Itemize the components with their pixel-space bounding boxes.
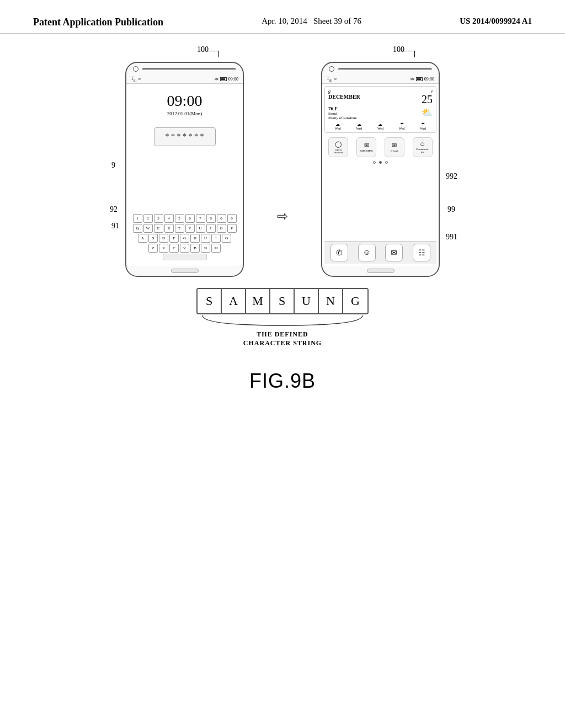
key-T[interactable]: T <box>175 224 184 233</box>
weather-month: DECEMBER <box>328 94 422 100</box>
key-X[interactable]: X <box>159 244 168 253</box>
key-5[interactable]: 5 <box>175 214 184 223</box>
samsung-section: S A M S U N G THE DEFINEDCHARACTER STRIN… <box>33 288 532 347</box>
camera-left <box>133 66 138 72</box>
status-left-right: Till ≈ <box>327 76 337 82</box>
key-O2[interactable]: O <box>222 234 231 243</box>
key-7[interactable]: 7 <box>196 214 205 223</box>
status-right-left: ✉ 09:00 <box>215 77 238 82</box>
speaker-right <box>338 68 432 70</box>
key-0a[interactable]: 0 <box>217 214 226 223</box>
samsung-char-U: U <box>295 289 319 313</box>
key-A[interactable]: A <box>138 234 147 243</box>
key-E[interactable]: E <box>154 224 163 233</box>
communities-icon: ☺ <box>419 141 425 147</box>
key-P[interactable]: P <box>227 224 237 233</box>
patent-title: Patent Application Publication <box>33 17 163 28</box>
keyboard: 1 2 3 4 5 6 7 8 0 0 Q <box>129 214 241 261</box>
weather-middle: 76 F Seoul Plenty of sunshine ⛅ <box>328 106 433 120</box>
carrier-right: Till <box>327 76 332 82</box>
key-I[interactable]: I <box>206 224 216 233</box>
ref-100-right-line <box>398 51 415 57</box>
app-icons-row: ◯ OperaBrowser ✉ SMS-MMS ✉ E-mail <box>324 137 436 157</box>
key-D[interactable]: D <box>159 234 168 243</box>
key-G[interactable]: G <box>180 234 189 243</box>
status-right-right: ✉ 09:00 <box>411 77 434 82</box>
key-W[interactable]: W <box>143 224 153 233</box>
phone-top-right <box>322 63 439 75</box>
key-space[interactable] <box>163 254 207 260</box>
samsung-char-G: G <box>343 289 367 313</box>
right-phone-wrapper: 100 992 99 991 Till ≈ <box>321 62 440 277</box>
transition-arrow: ⇨ <box>277 156 288 277</box>
key-F[interactable]: F <box>169 234 179 243</box>
key-6[interactable]: 6 <box>185 214 195 223</box>
keyboard-row-space <box>129 254 241 260</box>
key-R[interactable]: R <box>164 224 174 233</box>
key-2[interactable]: 2 <box>143 214 153 223</box>
key-N[interactable]: N <box>201 244 210 253</box>
key-S[interactable]: S <box>148 234 158 243</box>
weather-city: Seoul <box>328 111 357 116</box>
key-Y[interactable]: Y <box>185 224 195 233</box>
envelope-right: ✉ <box>411 77 414 82</box>
key-M[interactable]: M <box>211 244 221 253</box>
app-communities[interactable]: ☺ Communit-ies <box>413 137 433 157</box>
patent-sheet: Sheet 39 of 76 <box>313 17 361 25</box>
key-O[interactable]: O <box>217 224 226 233</box>
dock-phone[interactable]: ✆ <box>331 244 348 261</box>
phones-container: 100 9 92 91 Till ≈ <box>33 62 532 277</box>
weather-day: 25 <box>422 94 433 105</box>
dock-apps[interactable]: ☷ <box>413 244 430 261</box>
key-1[interactable]: 1 <box>133 214 142 223</box>
wifi-left: ≈ <box>138 77 140 82</box>
dock-contacts[interactable]: ☺ <box>358 244 376 261</box>
communities-label: Communit-ies <box>416 148 429 153</box>
ref-99: 99 <box>447 205 455 214</box>
phone-bottom-left <box>126 266 243 276</box>
status-bar-right: Till ≈ ✉ 09:00 <box>322 75 439 84</box>
camera-right <box>329 66 334 72</box>
key-Z[interactable]: Z <box>148 244 158 253</box>
sms-label: SMS-MMS <box>360 149 372 152</box>
weather-temp: 76 F <box>328 106 357 111</box>
key-U2[interactable]: U <box>201 234 210 243</box>
dock-messages[interactable]: ✉ <box>385 244 403 261</box>
samsung-char-M: M <box>246 289 270 313</box>
keyboard-row-2: Q W E R T Y U I O P <box>129 224 241 233</box>
day-wed4: Wed <box>399 127 405 130</box>
patent-date: Apr. 10, 2014 <box>262 17 307 25</box>
app-email[interactable]: ✉ E-mail <box>385 137 404 157</box>
email-label: E-mail <box>391 149 398 152</box>
key-0b[interactable]: 0 <box>227 214 237 223</box>
forecast-wed-3: ☁ Wed <box>371 122 390 130</box>
dot-3 <box>385 161 388 164</box>
status-bar-left: Till ≈ ✉ 09:00 <box>126 75 243 84</box>
day-wed5: Wed <box>420 127 426 130</box>
key-I2[interactable]: I <box>211 234 221 243</box>
key-U[interactable]: U <box>196 224 205 233</box>
defined-string-label: THE DEFINEDCHARACTER STRING <box>243 330 322 347</box>
key-4[interactable]: 4 <box>164 214 174 223</box>
dot-1 <box>373 161 376 164</box>
key-C[interactable]: C <box>169 244 179 253</box>
cloud-wed5: ☂ <box>421 122 425 127</box>
key-Q[interactable]: Q <box>133 224 142 233</box>
forecast-wed-2: ☁ Wed <box>350 122 369 130</box>
key-V[interactable]: V <box>180 244 189 253</box>
home-button-right[interactable] <box>367 269 395 273</box>
weather-forecast: ☁ Wed ☁ Wed ☁ Wed <box>328 122 433 130</box>
key-8[interactable]: 8 <box>206 214 216 223</box>
wifi-right: ≈ <box>334 77 336 82</box>
app-sms[interactable]: ✉ SMS-MMS <box>356 137 376 157</box>
key-B[interactable]: B <box>190 244 200 253</box>
home-screen-content: g DECEMBER v 25 76 F <box>322 84 439 266</box>
password-dots: * * * * * * * <box>166 132 204 141</box>
samsung-char-S1: S <box>198 289 222 313</box>
home-button-left[interactable] <box>171 269 199 273</box>
key-3[interactable]: 3 <box>154 214 163 223</box>
key-H[interactable]: H <box>190 234 200 243</box>
weather-widget: g DECEMBER v 25 76 F <box>324 86 436 133</box>
app-opera[interactable]: ◯ OperaBrowser <box>328 137 348 157</box>
g-letter: g <box>328 89 422 94</box>
